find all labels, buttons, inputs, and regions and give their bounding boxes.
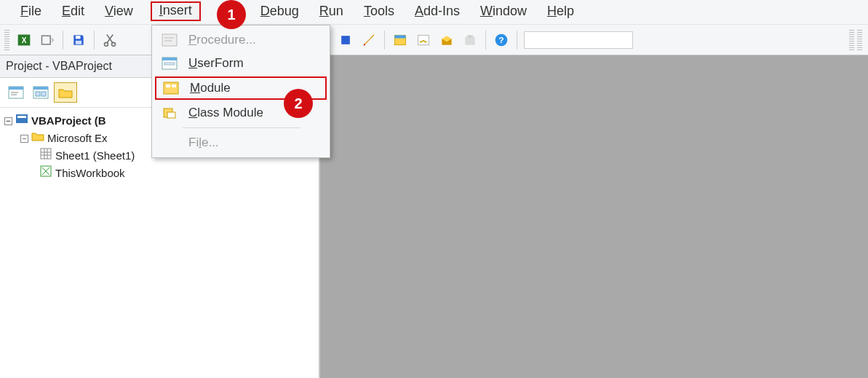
svg-rect-25 [17, 116, 26, 118]
svg-rect-22 [36, 92, 40, 96]
object-browser-icon[interactable] [437, 30, 457, 50]
tree-workbook-label: ThisWorkbook [55, 165, 125, 181]
svg-rect-21 [33, 87, 48, 90]
menu-item-label: Procedure... [188, 33, 256, 47]
tree-workbook[interactable]: ThisWorkbook [4, 165, 314, 182]
menu-separator [183, 127, 300, 128]
cut-icon[interactable] [100, 30, 120, 50]
excel-icon[interactable]: X [14, 30, 34, 50]
menu-item-label: Module [190, 81, 231, 95]
svg-rect-24 [16, 114, 28, 123]
toolbar-grip-right2[interactable] [857, 30, 862, 50]
menu-help[interactable]: Help [544, 2, 577, 20]
toggle-folders-icon[interactable] [54, 82, 77, 103]
svg-rect-40 [172, 84, 176, 87]
code-area [320, 55, 868, 378]
svg-point-5 [105, 42, 108, 46]
collapse-icon[interactable]: − [20, 135, 28, 143]
project-explorer-icon[interactable] [390, 30, 410, 50]
toolbar-separator [485, 31, 486, 50]
design-mode-icon[interactable] [359, 30, 379, 50]
toolbar-separator [63, 31, 63, 50]
svg-rect-9 [341, 36, 350, 44]
save-icon[interactable] [68, 30, 89, 50]
tree-sheet-label: Sheet1 (Sheet1) [55, 148, 135, 164]
userform-icon [159, 56, 180, 71]
toolbar-separator [384, 31, 385, 50]
svg-rect-42 [167, 112, 175, 118]
menu-run[interactable]: Run [316, 2, 346, 20]
workbook-icon [39, 165, 52, 182]
svg-rect-32 [162, 34, 177, 46]
menu-file[interactable]: FFileile [17, 2, 44, 20]
menu-tools[interactable]: Tools [361, 2, 397, 20]
collapse-icon[interactable]: − [4, 117, 12, 125]
menu-edit[interactable]: Edit [59, 2, 87, 20]
view-code-icon[interactable] [4, 82, 28, 103]
svg-point-6 [112, 42, 116, 46]
menu-addins[interactable]: Add-Ins [412, 2, 463, 20]
help-icon[interactable]: ? [491, 30, 511, 50]
toolbar-separator [94, 31, 95, 50]
module-icon [161, 81, 181, 95]
view-object-icon[interactable] [29, 82, 52, 103]
svg-rect-4 [76, 40, 81, 44]
blank-icon [159, 135, 180, 150]
svg-rect-2 [42, 36, 51, 44]
svg-rect-17 [9, 87, 23, 90]
svg-rect-26 [41, 149, 51, 159]
menu-insert[interactable]: Insert [151, 1, 201, 21]
menu-view[interactable]: View [102, 2, 136, 20]
toolbar-grip-right[interactable] [849, 30, 854, 50]
menu-bar: FFileile Edit View Insert mat Debug Run … [0, 0, 868, 25]
toolbox-icon[interactable] [460, 30, 480, 50]
line-column-combo[interactable] [524, 31, 633, 49]
properties-window-icon[interactable] [413, 30, 434, 50]
insert-dropdown-icon[interactable] [37, 30, 57, 50]
tree-folder-label: Microsoft Ex [47, 130, 108, 146]
menu-item-procedure: Procedure... [154, 28, 328, 52]
tree-root-label: VBAProject (B [31, 113, 106, 129]
vba-project-icon [15, 112, 28, 130]
toolbar-separator [517, 31, 517, 50]
worksheet-icon [39, 147, 52, 165]
folder-icon [31, 130, 44, 147]
stop-icon[interactable] [335, 30, 356, 50]
menu-debug[interactable]: Debug [258, 2, 302, 20]
svg-rect-23 [41, 92, 46, 96]
svg-rect-38 [164, 82, 178, 94]
menu-item-label: UserForm [188, 56, 244, 71]
callout-badge-1: 1 [218, 1, 244, 28]
svg-text:?: ? [498, 35, 503, 44]
menu-item-file: File... [154, 131, 328, 154]
svg-text:X: X [22, 36, 27, 44]
menu-item-userform[interactable]: UserForm [154, 52, 328, 75]
menu-item-label: File... [188, 135, 219, 150]
menu-item-label: Class Module [188, 106, 263, 120]
toolbar-grip[interactable] [4, 30, 9, 50]
standard-toolbar: X ? [0, 25, 868, 55]
main-area: Project - VBAProject − VBAProject (B − M… [0, 55, 868, 378]
svg-rect-39 [166, 84, 170, 87]
svg-rect-3 [76, 36, 81, 39]
menu-window[interactable]: Window [477, 2, 530, 20]
class-module-icon [159, 106, 180, 120]
svg-rect-11 [395, 35, 406, 38]
callout-badge-2: 2 [285, 90, 311, 117]
svg-rect-37 [164, 63, 175, 65]
procedure-icon [159, 33, 180, 47]
svg-rect-36 [162, 58, 177, 60]
